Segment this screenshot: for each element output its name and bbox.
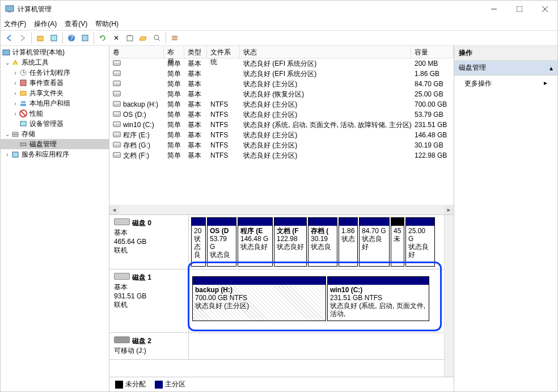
back-button[interactable] — [3, 32, 15, 44]
disk-icon — [114, 273, 130, 280]
disk-row-2[interactable]: 磁盘 2 可移动 (J:) — [109, 333, 444, 360]
actions-panel: 操作 磁盘管理▴ 更多操作▸ — [454, 46, 557, 391]
menu-action[interactable]: 操作(A) — [34, 19, 57, 29]
volume-body[interactable]: 简单基本状态良好 (EFI 系统分区)200 MB简单基本状态良好 (EFI 系… — [109, 58, 454, 205]
volume-row[interactable]: backup (H:)简单基本NTFS状态良好 (主分区)700.00 GB — [109, 99, 454, 109]
properties-button[interactable] — [48, 32, 60, 44]
volume-row[interactable]: 文档 (F:)简单基本NTFS状态良好 (主分区)122.98 GB — [109, 150, 454, 161]
delete-icon[interactable]: ✕ — [110, 32, 122, 44]
partition[interactable]: 20状态良 — [191, 217, 206, 267]
volume-row[interactable]: 存档 (G:)简单基本NTFS状态良好 (主分区)30.19 GB — [109, 140, 454, 150]
tree-task-scheduler[interactable]: ›任务计划程序 — [1, 68, 109, 78]
partition[interactable]: 25.00 G状态良好 — [405, 217, 435, 267]
actions-disk-mgmt[interactable]: 磁盘管理▴ — [454, 61, 557, 75]
volume-row[interactable]: 简单基本状态良好 (EFI 系统分区)1.86 GB — [109, 69, 454, 79]
col-layout[interactable]: 布局 — [164, 46, 184, 58]
close-button[interactable] — [532, 1, 557, 18]
disk-label-0: 磁盘 0 基本 465.64 GB 联机 — [109, 215, 189, 269]
partition[interactable]: OS (D53.79 G状态良 — [207, 217, 236, 267]
menubar: 文件(F) 操作(A) 查看(V) 帮助(H) — [1, 18, 557, 30]
tree-system-tools[interactable]: ⌄系统工具 — [1, 57, 109, 68]
maximize-button[interactable] — [506, 1, 532, 18]
partition[interactable]: 程序 (E146.48 G状态良好 — [238, 217, 273, 267]
volume-row[interactable]: 程序 (E:)简单基本NTFS状态良好 (主分区)146.48 GB — [109, 130, 454, 140]
scroll-right-icon[interactable]: ► — [444, 205, 454, 214]
horizontal-scrollbar[interactable]: ◄ ► — [109, 205, 454, 214]
partition[interactable]: win10 (C:)231.51 GB NTFS状态良好 (系统, 启动, 页面… — [327, 276, 429, 321]
find-icon[interactable] — [151, 32, 163, 44]
disk-row-1[interactable]: 磁盘 1 基本 931.51 GB 联机 backup (H:)700.00 G… — [109, 269, 444, 333]
toolbar: ? ✕ — [1, 30, 557, 46]
volume-row[interactable]: win10 (C:)简单基本NTFS状态良好 (系统, 启动, 页面文件, 活动… — [109, 120, 454, 130]
disk1-partitions: backup (H:)700.00 GB NTFS状态良好 (主分区)win10… — [189, 269, 444, 332]
list-icon[interactable] — [168, 32, 181, 44]
partition[interactable]: backup (H:)700.00 GB NTFS状态良好 (主分区) — [192, 276, 326, 321]
svg-rect-7 — [51, 35, 57, 41]
svg-rect-10 — [82, 35, 88, 41]
vertical-scrollbar[interactable] — [444, 215, 454, 377]
svg-text:?: ? — [70, 34, 74, 42]
tree-event-viewer[interactable]: ›事件查看器 — [1, 78, 109, 88]
partition[interactable]: 45未 — [391, 217, 404, 267]
disk-panel[interactable]: 磁盘 0 基本 465.64 GB 联机 20状态良OS (D53.79 G状态… — [109, 215, 444, 377]
forward-button[interactable] — [16, 32, 29, 44]
col-filesystem[interactable]: 文件系统 — [207, 46, 240, 58]
menu-help[interactable]: 帮助(H) — [95, 19, 119, 29]
volume-list: 卷 布局 类型 文件系统 状态 容量 简单基本状态良好 (EFI 系统分区)20… — [109, 46, 454, 215]
partition[interactable]: 存档 (30.19状态良 — [308, 217, 337, 267]
partition[interactable]: 1.86状态 — [339, 217, 358, 267]
disk-icon — [114, 336, 130, 343]
disk-label-2: 磁盘 2 可移动 (J:) — [109, 333, 189, 359]
actions-more[interactable]: 更多操作▸ — [454, 75, 557, 92]
col-type[interactable]: 类型 — [184, 46, 207, 58]
tree-device-manager[interactable]: 设备管理器 — [1, 119, 109, 129]
partition[interactable]: 文档 (F122.98状态良好 — [274, 217, 307, 267]
disk-icon — [114, 218, 130, 225]
actions-header: 操作 — [454, 46, 557, 61]
svg-rect-29 — [12, 132, 18, 134]
volume-row[interactable]: OS (D:)简单基本NTFS状态良好 (主分区)53.79 GB — [109, 109, 454, 120]
legend-primary: 主分区 — [155, 380, 185, 389]
svg-rect-25 — [20, 104, 26, 106]
tree-disk-management[interactable]: 磁盘管理 — [1, 139, 109, 149]
svg-rect-0 — [6, 6, 14, 11]
up-button[interactable] — [34, 32, 46, 44]
legend-unallocated: 未分配 — [115, 380, 146, 389]
svg-rect-30 — [12, 134, 18, 137]
svg-rect-17 — [3, 50, 10, 55]
menu-file[interactable]: 文件(F) — [4, 19, 26, 29]
menu-view[interactable]: 查看(V) — [65, 19, 87, 29]
export-icon[interactable] — [124, 32, 136, 44]
volume-header: 卷 布局 类型 文件系统 状态 容量 — [109, 46, 454, 58]
help-button[interactable]: ? — [65, 32, 78, 44]
tree-shared-folders[interactable]: ›共享文件夹 — [1, 88, 109, 98]
svg-rect-21 — [20, 80, 26, 86]
tree-local-users[interactable]: ›本地用户和组 — [1, 98, 109, 108]
disk2-partitions — [189, 333, 444, 359]
tree-performance[interactable]: ›性能 — [1, 108, 109, 119]
col-status[interactable]: 状态 — [240, 46, 411, 58]
volume-row[interactable]: 简单基本状态良好 (恢复分区)25.00 GB — [109, 89, 454, 99]
svg-rect-11 — [127, 36, 133, 41]
partition[interactable]: 84.70 G状态良好 — [359, 217, 390, 267]
tree-storage[interactable]: ⌄存储 — [1, 129, 109, 139]
open-icon[interactable] — [137, 32, 150, 44]
svg-point-23 — [21, 101, 23, 103]
volume-row[interactable]: 简单基本状态良好 (主分区)84.70 GB — [109, 79, 454, 89]
col-volume[interactable]: 卷 — [109, 46, 164, 58]
tree-root[interactable]: 计算机管理(本地) — [1, 47, 109, 57]
volume-row[interactable]: 简单基本状态良好 (EFI 系统分区)200 MB — [109, 58, 454, 69]
tree-panel[interactable]: 计算机管理(本地) ⌄系统工具 ›任务计划程序 ›事件查看器 ›共享文件夹 ›本… — [1, 46, 109, 391]
scroll-left-icon[interactable]: ◄ — [109, 205, 119, 214]
col-capacity[interactable]: 容量 — [411, 46, 454, 58]
view-button[interactable] — [79, 32, 91, 44]
svg-rect-32 — [12, 152, 18, 157]
legend: 未分配 主分区 — [109, 377, 454, 391]
tree-services[interactable]: ›服务和应用程序 — [1, 149, 109, 159]
refresh-button[interactable] — [96, 32, 109, 44]
center-panel: 卷 布局 类型 文件系统 状态 容量 简单基本状态良好 (EFI 系统分区)20… — [109, 46, 454, 391]
disk0-partitions: 20状态良OS (D53.79 G状态良程序 (E146.48 G状态良好文档 … — [189, 215, 444, 269]
window-title: 计算机管理 — [18, 5, 481, 14]
minimize-button[interactable] — [481, 1, 506, 18]
disk-row-0[interactable]: 磁盘 0 基本 465.64 GB 联机 20状态良OS (D53.79 G状态… — [109, 215, 444, 269]
